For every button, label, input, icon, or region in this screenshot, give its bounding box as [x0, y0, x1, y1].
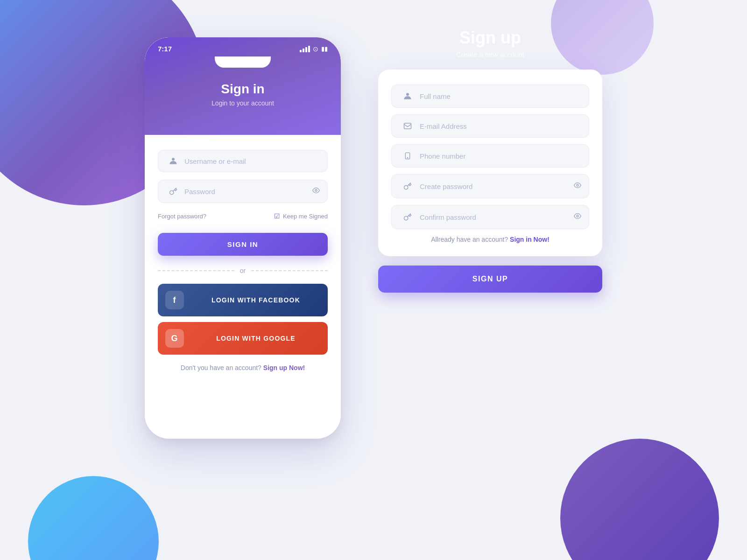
status-bar: 7:17 ⊙ ▮▮	[145, 37, 341, 56]
forgot-password-text[interactable]: Forgot password?	[158, 213, 206, 220]
or-divider: or	[158, 267, 328, 274]
signal-bar-2	[303, 49, 304, 52]
fullname-input-row	[391, 84, 589, 108]
confirm-password-eye-icon[interactable]	[574, 212, 581, 222]
signin-title: Sign in	[154, 82, 331, 97]
battery-icon: ▮▮	[321, 45, 328, 52]
signal-bar-1	[300, 50, 302, 52]
signup-subtitle: Create a new account	[456, 50, 524, 58]
svg-point-1	[315, 189, 317, 191]
google-button-label: LOGIN WITH GOOGLE	[191, 335, 320, 342]
signin-button[interactable]: SIGN IN	[158, 233, 328, 256]
signin-subtitle: Login to your account	[154, 99, 331, 107]
create-password-key-icon	[399, 182, 416, 190]
signup-panel: Sign up Create a new account	[378, 28, 602, 293]
checkbox-icon[interactable]: ☑	[274, 212, 280, 220]
signup-card: Allready have an account? Sign in Now!	[378, 70, 602, 256]
svg-point-5	[407, 157, 408, 158]
confirm-password-input-row	[391, 205, 589, 229]
confirm-password-key-icon	[399, 213, 416, 221]
or-line-left	[158, 270, 234, 271]
create-password-input[interactable]	[416, 182, 574, 190]
google-login-button[interactable]: G LOGIN WITH GOOGLE	[158, 322, 328, 355]
key-icon	[166, 187, 181, 196]
status-time: 7:17	[158, 45, 172, 53]
facebook-icon: f	[165, 291, 184, 309]
email-input[interactable]	[416, 122, 581, 130]
signin-phone-mockup: 7:17 ⊙ ▮▮ Sign in Login to your account	[145, 37, 341, 439]
signin-footer-text: Don't you have an account?	[181, 364, 261, 371]
create-password-input-row	[391, 174, 589, 198]
signal-bar-3	[305, 47, 307, 52]
user-icon	[166, 157, 181, 165]
phone-input[interactable]	[416, 152, 581, 160]
keep-signed-row: ☑ Keep me Signed	[274, 212, 328, 220]
svg-point-7	[577, 215, 578, 217]
google-icon: G	[165, 329, 184, 348]
main-container: 7:17 ⊙ ▮▮ Sign in Login to your account	[0, 0, 747, 560]
or-line-right	[251, 270, 328, 271]
wifi-icon: ⊙	[313, 45, 318, 53]
signin-form-body: Forgot password? ☑ Keep me Signed SIGN I…	[145, 135, 341, 439]
password-eye-icon[interactable]	[312, 187, 320, 196]
status-icons: ⊙ ▮▮	[300, 45, 328, 53]
svg-rect-3	[404, 123, 411, 129]
signal-bars-icon	[300, 46, 310, 52]
signup-button[interactable]: SIGN UP	[378, 266, 602, 293]
fullname-user-icon	[399, 92, 416, 100]
svg-point-0	[172, 158, 175, 161]
phone-title-area: Sign in Login to your account	[145, 77, 341, 116]
email-input-row	[391, 114, 589, 138]
signup-title: Sign up	[456, 28, 524, 48]
password-input-row	[158, 180, 328, 203]
facebook-button-label: LOGIN WITH FACEBOOK	[191, 296, 320, 304]
create-password-eye-icon[interactable]	[574, 182, 581, 191]
keep-signed-label: Keep me Signed	[283, 213, 328, 220]
fullname-input[interactable]	[416, 92, 581, 100]
already-account-row: Allready have an account? Sign in Now!	[391, 236, 589, 243]
signal-bar-4	[308, 46, 310, 52]
svg-point-6	[577, 184, 578, 186]
facebook-login-button[interactable]: f LOGIN WITH FACEBOOK	[158, 284, 328, 316]
svg-point-2	[406, 93, 409, 96]
phone-header: 7:17 ⊙ ▮▮ Sign in Login to your account	[145, 37, 341, 135]
phone-input-row	[391, 144, 589, 168]
signup-header: Sign up Create a new account	[456, 28, 524, 58]
phone-notch	[215, 56, 271, 68]
already-account-text: Allready have an account?	[431, 236, 508, 243]
or-text: or	[240, 267, 246, 274]
signin-now-link[interactable]: Sign in Now!	[510, 236, 550, 243]
confirm-password-input[interactable]	[416, 213, 574, 221]
username-input[interactable]	[181, 157, 320, 165]
email-icon	[399, 122, 416, 130]
forgot-row: Forgot password? ☑ Keep me Signed	[158, 212, 328, 220]
password-input[interactable]	[181, 188, 312, 196]
signin-footer: Don't you have an account? Sign up Now!	[158, 364, 328, 371]
phone-icon	[399, 152, 416, 160]
signup-now-link[interactable]: Sign up Now!	[263, 364, 305, 371]
username-input-row	[158, 150, 328, 172]
